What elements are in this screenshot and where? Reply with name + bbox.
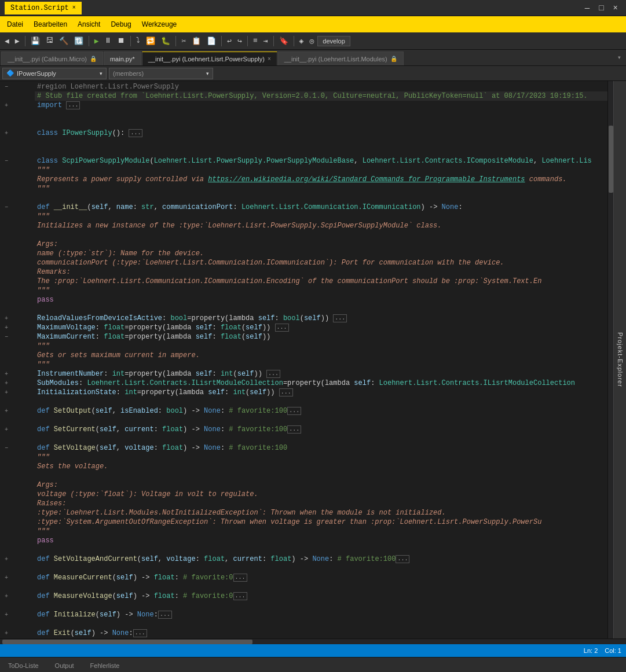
fold-plus-icon[interactable]: + — [2, 101, 10, 110]
code-line: #region Loehnert.Lisrt.PowerSupply — [35, 82, 607, 91]
fold-plus-icon[interactable]: + — [2, 555, 10, 564]
code-line: Gets or sets maximum current in ampere. — [35, 351, 607, 360]
gutter: − + + − − ++− +++ + + − + + + + + + − — [0, 81, 35, 638]
tab-powersupply[interactable]: __init__.pyi (Loehnert.Lisrt.PowerSupply… — [142, 52, 277, 65]
scrollbar-thumb[interactable] — [609, 126, 613, 193]
fold-plus-icon[interactable]: + — [2, 128, 10, 138]
gutter-line — [0, 499, 35, 508]
minimize-button[interactable]: — — [581, 3, 593, 13]
close-window-button[interactable]: × — [610, 3, 621, 13]
fold-plus-icon[interactable]: + — [2, 314, 10, 323]
code-line: class ScpiPowerSupplyModule(Loehnert.Lis… — [35, 156, 607, 166]
gutter-line — [0, 193, 35, 203]
cut-button[interactable]: ✂ — [179, 35, 188, 47]
gutter-line — [0, 277, 35, 286]
symbol-dropdown[interactable]: 🔷 IPowerSupply ▾ — [2, 68, 107, 79]
tab-caliburn[interactable]: __init__.pyi (Caliburn.Micro) 🔒 — [1, 52, 103, 65]
gutter-line: + — [0, 629, 35, 638]
gutter-line — [0, 166, 35, 175]
fold-minus-icon[interactable]: − — [2, 443, 10, 453]
restart-button[interactable]: 🔁 — [144, 35, 158, 47]
maximize-button[interactable]: □ — [595, 3, 607, 13]
menu-werkzeuge[interactable]: Werkzeuge — [137, 19, 181, 30]
fold-plus-icon[interactable]: + — [2, 406, 10, 416]
code-line: def SetOutput(self, isEnabled: bool) -> … — [35, 406, 607, 416]
title-bar-tab[interactable]: Station.Script × — [5, 2, 82, 14]
toolbar-sep-4 — [175, 36, 176, 46]
menu-debug[interactable]: Debug — [106, 19, 136, 30]
fold-plus-icon[interactable]: + — [2, 629, 10, 638]
vertical-scrollbar[interactable] — [607, 81, 613, 638]
fold-minus-icon[interactable]: − — [2, 156, 10, 166]
bookmark-button[interactable]: 🔖 — [277, 35, 291, 47]
fold-plus-icon[interactable]: + — [2, 573, 10, 582]
code-line: pass — [35, 536, 607, 545]
fold-plus-icon[interactable]: + — [2, 610, 10, 619]
gutter-line: − — [0, 443, 35, 453]
title-close-button[interactable]: × — [72, 5, 76, 11]
stop-button[interactable]: ⏹ — [115, 35, 127, 46]
gutter-line — [0, 304, 35, 314]
code-line — [35, 619, 607, 629]
fold-minus-icon[interactable]: − — [2, 332, 10, 341]
code-line: pass — [35, 295, 607, 304]
dropdown-icon: 🔷 — [6, 69, 14, 77]
indent-button[interactable]: ⇥ — [261, 35, 270, 47]
copy-button[interactable]: 📋 — [189, 35, 203, 47]
bug-button[interactable]: 🐛 — [159, 35, 173, 47]
code-line: """ — [35, 184, 607, 193]
tab-output[interactable]: Output — [47, 658, 82, 672]
tab-todo[interactable]: ToDo-Liste — [0, 658, 47, 672]
title-controls: — □ × — [581, 3, 621, 13]
target-button[interactable]: ◎ — [307, 35, 316, 47]
code-line: Represents a power supply controlled via… — [35, 175, 607, 184]
editor[interactable]: − + + − − ++− +++ + + − + + + + + + − #r… — [0, 81, 607, 638]
hscroll-thumb[interactable] — [2, 640, 252, 644]
build-button[interactable]: 🔨 — [57, 35, 71, 47]
menu-bearbeiten[interactable]: Bearbeiten — [29, 19, 72, 30]
undo-button[interactable]: ↩ — [225, 35, 234, 47]
redo-button[interactable]: ↪ — [235, 35, 244, 47]
gutter-line: − — [0, 82, 35, 91]
menu-ansicht[interactable]: Ansicht — [73, 19, 105, 30]
member-dropdown[interactable]: (members) ▾ — [109, 68, 213, 79]
pause-button[interactable]: ⏸ — [102, 35, 114, 46]
gutter-line — [0, 434, 35, 443]
save-all-button[interactable]: 🖫 — [43, 35, 56, 46]
code-line — [35, 138, 607, 147]
code-line: SubModules: Loehnert.Lisrt.Contracts.ILi… — [35, 379, 607, 388]
fold-plus-icon[interactable]: + — [2, 425, 10, 434]
tab-modules[interactable]: __init__.pyi (Loehnert.Lisrt.Modules) 🔒 — [278, 52, 404, 65]
gutter-line: + — [0, 128, 35, 138]
diamond-button[interactable]: ◈ — [297, 35, 306, 47]
code-line: def MeasureVoltage(self) -> float: # fav… — [35, 592, 607, 601]
fold-plus-icon[interactable]: + — [2, 379, 10, 388]
forward-button[interactable]: ▶ — [13, 35, 22, 47]
code-line — [35, 545, 607, 555]
fold-minus-icon[interactable]: − — [2, 82, 10, 91]
fold-plus-icon[interactable]: + — [2, 388, 10, 397]
back-button[interactable]: ◀ — [2, 35, 12, 47]
format-button[interactable]: ≡ — [251, 35, 260, 46]
code-line: Raises: — [35, 499, 607, 508]
run-button[interactable]: ▶ — [92, 35, 101, 47]
fold-minus-icon[interactable]: − — [2, 203, 10, 212]
projekt-explorer-label[interactable]: Projekt-Explorer — [613, 81, 626, 638]
fold-plus-icon[interactable]: + — [2, 369, 10, 379]
gutter-line — [0, 91, 35, 101]
horizontal-scrollbar[interactable] — [0, 638, 626, 644]
refresh-button[interactable]: 🔃 — [72, 35, 86, 47]
save-button[interactable]: 💾 — [28, 35, 42, 47]
fold-plus-icon[interactable]: + — [2, 592, 10, 601]
step-over-button[interactable]: ⤵ — [134, 35, 142, 46]
paste-button[interactable]: 📄 — [204, 35, 218, 47]
menu-datei[interactable]: Datei — [2, 19, 28, 30]
branch-selector[interactable]: develop — [317, 36, 350, 46]
code-line: :type:`System.ArgumentOutOfRangeExceptio… — [35, 517, 607, 527]
tab-main[interactable]: main.py* — [104, 52, 141, 65]
title-bar: Station.Script × — □ × — [0, 0, 626, 16]
fold-plus-icon[interactable]: + — [2, 323, 10, 332]
tab-fehlerliste[interactable]: Fehlerliste — [82, 658, 128, 672]
tab-powersupply-close[interactable]: × — [268, 56, 271, 62]
tabs-overflow-button[interactable]: ▾ — [614, 53, 625, 62]
